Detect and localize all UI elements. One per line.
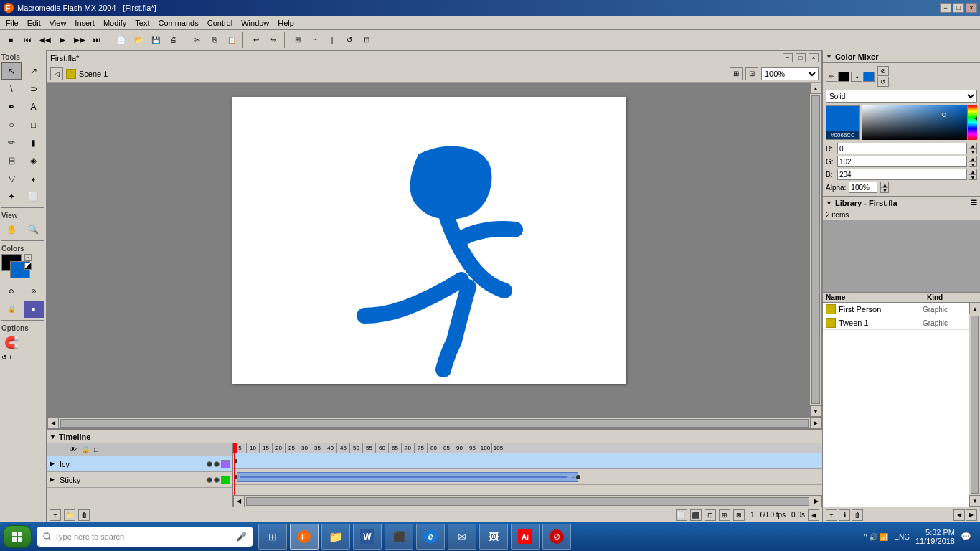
menu-commands[interactable]: Commands: [154, 17, 202, 29]
lib-scroll-up[interactable]: ▲: [969, 303, 980, 314]
timeline-scroll-left[interactable]: ◀: [233, 496, 245, 507]
fill-lock-btn[interactable]: ■: [24, 301, 44, 318]
doc-minimize[interactable]: −: [783, 53, 793, 62]
layer-sticky[interactable]: ▶ Sticky: [47, 472, 232, 488]
color-solid-swatch[interactable]: #0066CC: [826, 105, 860, 140]
frame-btn-1[interactable]: ⬜: [676, 509, 687, 521]
alpha-down-btn[interactable]: ▼: [880, 187, 889, 193]
bucket-tool[interactable]: ⬧: [24, 170, 44, 187]
lib-delete-btn[interactable]: 🗑: [852, 509, 863, 521]
layer-icy[interactable]: ▶ Icy: [47, 456, 232, 472]
layer-icy-eye[interactable]: [207, 461, 212, 467]
mail-btn[interactable]: ✉: [448, 524, 476, 550]
smooth-btn[interactable]: ~: [307, 32, 323, 48]
cut-btn[interactable]: ✂: [189, 32, 205, 48]
scale-btn[interactable]: ⊡: [359, 32, 374, 48]
g-down-btn[interactable]: ▼: [969, 161, 977, 167]
alpha-up-btn[interactable]: ▲: [880, 182, 889, 187]
library-item-firstperson[interactable]: First Person Graphic: [823, 303, 969, 316]
new-btn[interactable]: 📄: [113, 32, 129, 48]
pen-tool[interactable]: ✒: [1, 98, 22, 116]
snap-option[interactable]: 🧲: [1, 334, 22, 351]
r-up-btn[interactable]: ▲: [969, 143, 977, 149]
line-tool[interactable]: \: [1, 80, 22, 98]
timeline-scroll-right[interactable]: ▶: [811, 496, 822, 507]
eyedropper-tool[interactable]: ✦: [1, 188, 22, 205]
stroke-lock-btn[interactable]: 🔒: [1, 301, 22, 318]
pencil-tool[interactable]: ✏: [1, 134, 22, 151]
b-up-btn[interactable]: ▲: [969, 169, 977, 174]
scroll-up-btn[interactable]: ▲: [810, 83, 821, 94]
frame-btn-2[interactable]: ⬛: [690, 509, 702, 521]
open-btn[interactable]: 📂: [131, 32, 146, 48]
r-input[interactable]: [837, 143, 967, 154]
maximize-button[interactable]: □: [953, 3, 964, 13]
paste-btn[interactable]: 📋: [224, 32, 240, 48]
frame-btn-3[interactable]: ⊡: [705, 509, 716, 521]
ie-btn[interactable]: e: [416, 524, 445, 550]
step-fwd-btn[interactable]: ▶▶: [72, 32, 88, 48]
lasso-tool[interactable]: ⊃: [24, 80, 44, 98]
scroll-thumb-v[interactable]: [811, 95, 820, 404]
zoom-tool[interactable]: 🔍: [24, 221, 44, 238]
brush-tool[interactable]: ▮: [24, 134, 44, 151]
explorer-btn[interactable]: 📁: [321, 524, 350, 550]
text-tool[interactable]: A: [24, 98, 44, 116]
menu-edit[interactable]: Edit: [23, 17, 45, 29]
frame-row-sticky[interactable]: →: [233, 469, 822, 485]
nav-icon-1[interactable]: ⊞: [730, 67, 743, 80]
copy-btn[interactable]: ⎘: [207, 32, 222, 48]
notification-btn[interactable]: 💬: [961, 532, 971, 542]
default-colors-btn[interactable]: [24, 263, 32, 270]
bucket-fill-icon[interactable]: ⬧: [851, 72, 862, 82]
search-box[interactable]: Type here to search 🎤: [37, 527, 253, 547]
scroll-thumb-h[interactable]: [60, 419, 809, 428]
doc-maximize[interactable]: □: [796, 53, 806, 62]
add-layer-btn[interactable]: +: [50, 509, 61, 521]
print-btn[interactable]: 🖨: [165, 32, 181, 48]
timeline-expand-icon[interactable]: ▼: [50, 433, 56, 441]
redo-btn[interactable]: ↪: [265, 32, 281, 48]
filltransform-tool[interactable]: ◈: [24, 152, 44, 169]
ink-tool[interactable]: ▽: [1, 170, 22, 187]
timeline-expand-btn[interactable]: ◀: [808, 509, 819, 521]
scroll-right-btn[interactable]: ▶: [810, 418, 821, 429]
r-down-btn[interactable]: ▼: [969, 149, 977, 154]
subselect-tool[interactable]: ↗: [24, 62, 44, 80]
doc-close[interactable]: ×: [809, 53, 819, 62]
add-folder-btn[interactable]: 📁: [64, 509, 75, 521]
undo-btn[interactable]: ↩: [248, 32, 264, 48]
canvas-container[interactable]: [47, 83, 810, 417]
no-color-btn[interactable]: ⊘: [877, 66, 889, 76]
layer-sticky-lock[interactable]: [214, 477, 220, 483]
color-type-select[interactable]: Solid Linear Radial Bitmap: [826, 90, 977, 103]
menu-help[interactable]: Help: [273, 17, 298, 29]
frame-btn-5[interactable]: ⊠: [733, 509, 745, 521]
pencil-stroke-icon[interactable]: ✏: [826, 72, 837, 82]
timeline-scroll-thumb[interactable]: [246, 497, 809, 506]
swap-colors-cm-btn[interactable]: ↺: [877, 77, 889, 87]
library-expand-icon[interactable]: ▼: [826, 199, 832, 207]
layer-icy-lock[interactable]: [214, 461, 220, 467]
flash-app-btn[interactable]: F: [290, 524, 319, 550]
rotate-btn[interactable]: ↺: [341, 32, 357, 48]
lib-new-btn[interactable]: +: [826, 509, 837, 521]
frame-row-icy[interactable]: [233, 453, 822, 469]
nav-icon-2[interactable]: ⊡: [745, 67, 758, 80]
menu-view[interactable]: View: [45, 17, 71, 29]
menu-modify[interactable]: Modify: [99, 17, 131, 29]
library-menu-btn[interactable]: ☰: [971, 199, 977, 207]
rewind-btn[interactable]: ⏮: [20, 32, 36, 48]
nav-back[interactable]: ◁: [50, 67, 63, 80]
lib-prev-btn[interactable]: ◀: [953, 509, 965, 521]
minecraft-btn[interactable]: ⬛: [385, 524, 413, 550]
end-btn[interactable]: ⏭: [89, 32, 105, 48]
save-btn[interactable]: 💾: [148, 32, 164, 48]
hand-tool[interactable]: ✋: [1, 221, 22, 238]
layer-sticky-eye[interactable]: [207, 477, 212, 483]
lib-scroll-thumb[interactable]: [971, 316, 979, 494]
stroke-none-btn[interactable]: ⊘: [1, 283, 22, 300]
frame-btn-4[interactable]: ⊞: [719, 509, 730, 521]
scroll-down-btn[interactable]: ▼: [810, 405, 821, 417]
menu-control[interactable]: Control: [203, 17, 237, 29]
